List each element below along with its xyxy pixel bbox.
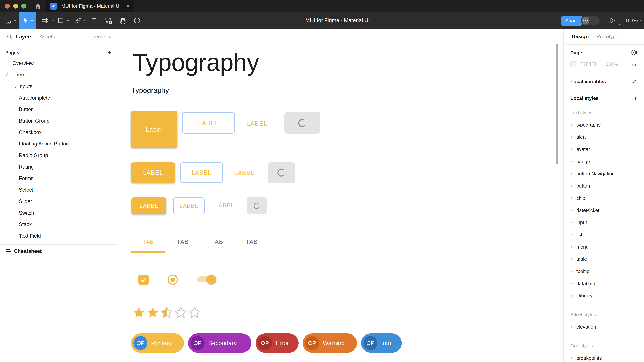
expand-chevron-icon[interactable] bbox=[571, 185, 572, 187]
sidebar-item-stack[interactable]: Stack bbox=[0, 219, 117, 230]
expand-chevron-icon[interactable] bbox=[571, 326, 572, 328]
loading-button-large[interactable] bbox=[284, 112, 320, 134]
expand-chevron-icon[interactable] bbox=[571, 233, 572, 236]
chip-primary[interactable]: OPPrimary bbox=[131, 333, 184, 353]
loading-button-small[interactable] bbox=[247, 197, 266, 214]
expand-chevron-icon[interactable] bbox=[571, 160, 572, 163]
expand-chevron-icon[interactable] bbox=[571, 197, 572, 200]
expand-chevron-icon[interactable] bbox=[571, 148, 572, 151]
expand-chevron-icon[interactable] bbox=[571, 357, 572, 359]
star-empty-icon[interactable] bbox=[188, 306, 201, 319]
sidebar-item-checkbox[interactable]: Checkbox bbox=[0, 127, 117, 138]
chip-error[interactable]: OPError bbox=[256, 333, 298, 353]
tab-design[interactable]: Design bbox=[572, 34, 589, 40]
expand-chevron-icon[interactable] bbox=[571, 209, 572, 212]
style-bottomnavigation[interactable]: bottomNavigation bbox=[564, 168, 644, 180]
sidebar-item-theme[interactable]: ✓Theme bbox=[0, 69, 117, 81]
resources-tool-button[interactable] bbox=[103, 12, 114, 29]
text-button-large[interactable]: LABEL bbox=[246, 120, 268, 127]
expand-chevron-icon[interactable] bbox=[571, 270, 572, 273]
outlined-button-medium[interactable]: LABEL bbox=[180, 162, 223, 183]
star-filled-icon[interactable] bbox=[146, 306, 159, 319]
canvas-tab-4[interactable]: TAB bbox=[234, 233, 269, 251]
text-button-medium[interactable]: LABEL bbox=[234, 169, 254, 176]
move-tool-chevron[interactable] bbox=[30, 20, 34, 22]
sidebar-item-button-group[interactable]: Button Group bbox=[0, 115, 117, 127]
move-tool-button[interactable] bbox=[19, 12, 36, 29]
tab-assets[interactable]: Assets bbox=[40, 34, 55, 40]
style-elevation[interactable]: elevation bbox=[564, 321, 644, 333]
styles-icon[interactable] bbox=[630, 49, 638, 56]
chip-warning[interactable]: OPWarning bbox=[303, 333, 357, 353]
style-badge[interactable]: badge bbox=[564, 155, 644, 168]
switch-knob[interactable] bbox=[206, 275, 216, 284]
new-tab-button[interactable]: + bbox=[135, 0, 146, 12]
eye-closed-icon[interactable] bbox=[630, 61, 638, 67]
comment-tool-button[interactable] bbox=[132, 12, 142, 29]
style-avatar[interactable]: avatar bbox=[564, 143, 644, 155]
canvas-tab-3[interactable]: TAB bbox=[200, 233, 234, 251]
outlined-button-large[interactable]: LABEL bbox=[182, 112, 235, 134]
contained-button-small[interactable]: LABEL bbox=[132, 197, 166, 214]
present-chevron[interactable] bbox=[618, 20, 622, 27]
traffic-light-zoom[interactable] bbox=[21, 4, 26, 9]
expand-chevron-icon[interactable] bbox=[571, 294, 572, 297]
sidebar-item-radio-group[interactable]: Radio Group bbox=[0, 150, 117, 161]
main-menu-chevron[interactable] bbox=[13, 12, 18, 29]
chip-info[interactable]: OPInfo bbox=[361, 333, 402, 353]
outlined-button-small[interactable]: LABEL bbox=[173, 197, 205, 214]
home-button[interactable] bbox=[29, 0, 47, 12]
style-datepicker[interactable]: datePicker bbox=[564, 204, 644, 217]
frame-tool-chevron[interactable] bbox=[50, 12, 55, 29]
sidebar-item-autocomplete[interactable]: Autocomplete bbox=[0, 92, 117, 104]
text-tool-button[interactable] bbox=[89, 12, 100, 29]
hand-tool-button[interactable] bbox=[118, 12, 128, 29]
traffic-light-close[interactable] bbox=[5, 4, 10, 9]
page-fill-swatch[interactable] bbox=[570, 61, 576, 67]
star-empty-icon[interactable] bbox=[174, 306, 188, 319]
style-button[interactable]: button bbox=[564, 180, 644, 192]
page-fill-opacity[interactable]: 100% bbox=[606, 61, 618, 67]
shape-tool-button[interactable] bbox=[56, 12, 66, 29]
expand-chevron-icon[interactable] bbox=[571, 246, 572, 248]
sidebar-item-forms[interactable]: Forms bbox=[0, 173, 117, 184]
style-table[interactable]: table bbox=[564, 253, 644, 265]
expand-chevron-icon[interactable] bbox=[571, 123, 572, 126]
style-list[interactable]: list bbox=[564, 229, 644, 241]
add-style-button[interactable]: + bbox=[634, 95, 638, 102]
page-picker[interactable]: Theme bbox=[89, 34, 111, 40]
share-button[interactable]: Share bbox=[561, 16, 582, 26]
expand-chevron-icon[interactable] bbox=[571, 282, 572, 285]
style-input[interactable]: input bbox=[564, 216, 644, 229]
local-variables-row[interactable]: Local variables bbox=[564, 73, 644, 91]
text-button-small[interactable]: LABEL bbox=[215, 202, 234, 209]
tab-close-icon[interactable]: × bbox=[125, 3, 131, 9]
canvas[interactable]: Typography Typography Label LABEL LABEL … bbox=[117, 29, 564, 362]
contained-button-large[interactable]: Label bbox=[131, 111, 178, 148]
search-icon[interactable] bbox=[6, 34, 12, 40]
window-more-button[interactable]: ··· bbox=[627, 0, 634, 12]
shape-tool-chevron[interactable] bbox=[66, 12, 70, 29]
sidebar-item-select[interactable]: Select bbox=[0, 184, 117, 196]
star-filled-icon[interactable] bbox=[132, 306, 146, 319]
add-page-button[interactable]: + bbox=[108, 49, 111, 56]
sidebar-item-overview[interactable]: Overview bbox=[0, 58, 117, 69]
canvas-scrollbar[interactable] bbox=[556, 44, 558, 164]
style-typography[interactable]: typography bbox=[564, 119, 644, 131]
pen-tool-button[interactable] bbox=[73, 12, 84, 29]
sidebar-item-switch[interactable]: Switch bbox=[0, 207, 117, 219]
radio-selected[interactable] bbox=[168, 275, 178, 285]
sidebar-item-rating[interactable]: Rating bbox=[0, 161, 117, 173]
document-tab[interactable]: MUI for Figma - Material UI × bbox=[46, 0, 134, 12]
sidebar-item-text-field[interactable]: Text Field bbox=[0, 230, 117, 242]
traffic-light-minimize[interactable] bbox=[13, 4, 18, 9]
sidebar-item-button[interactable]: Button bbox=[0, 104, 117, 115]
style-tooltip[interactable]: tooltip bbox=[564, 265, 644, 277]
tab-prototype[interactable]: Prototype bbox=[596, 34, 618, 40]
contained-button-medium[interactable]: LABEL bbox=[131, 162, 175, 183]
expand-chevron-icon[interactable] bbox=[571, 172, 572, 175]
canvas-tab-1[interactable]: TAB bbox=[131, 233, 166, 251]
style-breakpoints[interactable]: breakpoints bbox=[564, 352, 644, 362]
sidebar-item-cheatsheet[interactable]: Cheatsheet bbox=[0, 245, 117, 257]
sidebar-item-inputs[interactable]: ↓Inputs bbox=[0, 81, 117, 92]
